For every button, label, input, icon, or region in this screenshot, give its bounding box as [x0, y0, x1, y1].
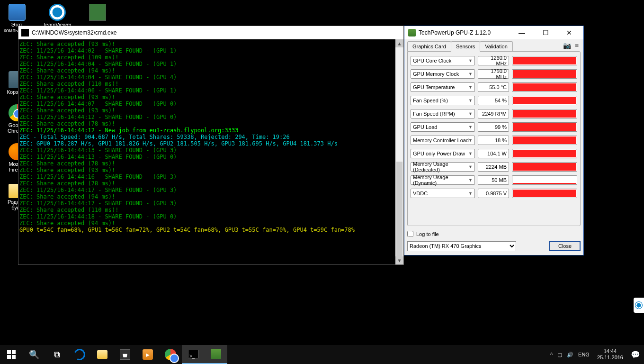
cmd-line: ZEC: Share accepted (94 ms)! — [19, 220, 402, 227]
start-button[interactable] — [0, 345, 23, 364]
sensor-graph[interactable] — [512, 69, 577, 79]
tab-graphics-card[interactable]: Graphics Card — [407, 41, 451, 51]
cmd-line: ZEC: Share accepted (78 ms)! — [19, 180, 402, 187]
cmd-line: ZEC: 11/25/16-14:44:07 - SHARE FOUND - (… — [19, 100, 402, 107]
cmd-titlebar[interactable]: C:\WINDOWS\system32\cmd.exe — [18, 26, 403, 39]
taskbar-movies[interactable] — [136, 345, 159, 364]
sensor-row: Fan Speed (RPM)▼2249 RPM — [411, 109, 577, 119]
sensor-row: Memory Controller Load▼18 % — [411, 135, 577, 146]
cmd-line: ZEC: Share accepted (78 ms)! — [19, 120, 402, 127]
sensor-row: GPU Core Clock▼1260.0 MHz — [411, 55, 577, 66]
tray-notifications-icon[interactable]: 💬 — [631, 350, 640, 359]
cmd-line: ZEC: Share accepted (110 ms)! — [19, 81, 402, 87]
menu-icon[interactable]: ≡ — [575, 42, 579, 49]
edge-icon — [72, 347, 87, 362]
taskbar: 🔍 ⧉ ^ ▢ 🔊 ENG 14:44 25.11.2016 💬 — [0, 345, 644, 364]
taskbar-cmd[interactable] — [182, 345, 205, 364]
scroll-up-icon[interactable]: ▲ — [395, 39, 403, 47]
gpuz-close-button[interactable]: Close — [549, 241, 581, 251]
log-to-file-checkbox[interactable] — [407, 231, 413, 237]
cmd-line: ZEC: 11/25/16-14:44:04 - SHARE FOUND - (… — [19, 61, 402, 67]
tray-language[interactable]: ENG — [578, 352, 590, 357]
log-to-file-row[interactable]: Log to file — [407, 231, 581, 237]
sensor-label[interactable]: VDDC▼ — [411, 189, 475, 198]
sensor-graph[interactable] — [512, 96, 577, 105]
sensor-label[interactable]: Memory Usage (Dedicated)▼ — [411, 162, 475, 172]
taskbar-explorer[interactable] — [91, 345, 114, 364]
sensor-graph[interactable] — [512, 189, 577, 198]
sensor-graph[interactable] — [512, 82, 577, 92]
sensor-label[interactable]: Fan Speed (RPM)▼ — [411, 109, 475, 118]
sensor-graph[interactable] — [512, 109, 577, 118]
sensor-graph[interactable] — [512, 136, 577, 145]
sensor-value: 2224 MB — [478, 162, 509, 172]
sensor-label[interactable]: GPU Core Clock▼ — [411, 56, 475, 65]
cmd-icon — [21, 29, 29, 36]
teamviewer-icon — [49, 4, 66, 21]
tray-sound-icon[interactable]: 🔊 — [567, 352, 573, 358]
sensor-row: Memory Usage (Dedicated)▼2224 MB — [411, 162, 577, 172]
taskbar-edge[interactable] — [68, 345, 91, 364]
gpuz-footer: Log to file Radeon (TM) RX 470 Graphics … — [404, 229, 583, 255]
sensor-graph[interactable] — [512, 175, 577, 185]
gpuz-window[interactable]: TechPowerUp GPU-Z 1.12.0 — ☐ ✕ Graphics … — [404, 26, 584, 255]
cmd-line: ZEC: 11/25/16-14:44:04 - SHARE FOUND - (… — [19, 74, 402, 81]
cmd-line: ZEC: Share accepted (93 ms)! — [19, 94, 402, 100]
chrome-icon — [165, 349, 176, 360]
taskbar-chrome[interactable] — [159, 345, 182, 364]
folder-icon — [97, 350, 107, 359]
cmd-line: ZEC: Share accepted (93 ms)! — [19, 107, 402, 114]
scroll-thumb[interactable] — [396, 162, 402, 256]
minimize-button[interactable]: — — [511, 26, 532, 39]
sensor-label[interactable]: Memory Controller Load▼ — [411, 136, 475, 145]
maximize-button[interactable]: ☐ — [535, 26, 556, 39]
cmd-scrollbar[interactable]: ▲ ▼ — [395, 39, 403, 264]
sensor-label[interactable]: GPU Load▼ — [411, 122, 475, 132]
sensor-graph[interactable] — [512, 162, 577, 172]
sensor-graph[interactable] — [512, 149, 577, 158]
gpuz-titlebar[interactable]: TechPowerUp GPU-Z 1.12.0 — ☐ ✕ — [404, 26, 583, 39]
sensor-value: 50 MB — [478, 175, 509, 185]
scroll-down-icon[interactable]: ▼ — [395, 256, 403, 264]
sensor-value: 55.0 °C — [478, 82, 509, 92]
cmd-body[interactable]: ZEC: Share accepted (93 ms)!ZEC: 11/25/1… — [18, 39, 403, 264]
chevron-down-icon: ▼ — [468, 58, 473, 63]
tray-clock[interactable]: 14:44 25.11.2016 — [594, 348, 626, 361]
cmd-line: GPU0 t=54C fan=68%, GPU1 t=56C fan=72%, … — [19, 227, 402, 233]
chevron-down-icon: ▼ — [468, 178, 473, 182]
sensor-row: GPU Memory Clock▼1750.0 MHz — [411, 69, 577, 79]
tab-sensors[interactable]: Sensors — [451, 41, 480, 52]
sensor-row: GPU only Power Draw▼104.1 W — [411, 148, 577, 159]
sensor-graph[interactable] — [512, 56, 577, 65]
cmd-window[interactable]: C:\WINDOWS\system32\cmd.exe ZEC: Share a… — [18, 26, 404, 265]
screenshot-icon[interactable]: 📷 — [563, 42, 571, 49]
sensor-label[interactable]: GPU Temperature▼ — [411, 82, 475, 92]
windows-icon — [7, 350, 16, 359]
sensor-label[interactable]: GPU Memory Clock▼ — [411, 69, 475, 79]
sensor-value: 18 % — [478, 136, 509, 145]
sensor-label[interactable]: GPU only Power Draw▼ — [411, 149, 475, 158]
sensor-row: GPU Load▼99 % — [411, 122, 577, 132]
taskbar-taskview[interactable]: ⧉ — [45, 345, 68, 364]
teamviewer-side-tab[interactable] — [634, 298, 644, 313]
sensor-label[interactable]: Memory Usage (Dynamic)▼ — [411, 175, 475, 185]
taskbar-gpuz[interactable] — [205, 345, 227, 364]
tray-chevron-icon[interactable]: ^ — [550, 352, 553, 357]
tab-validation[interactable]: Validation — [480, 41, 513, 51]
cmd-line: ZEC: Share accepted (109 ms)! — [19, 54, 402, 61]
close-button[interactable]: ✕ — [559, 26, 580, 39]
taskbar-search[interactable]: 🔍 — [23, 345, 45, 364]
sensor-label[interactable]: Fan Speed (%)▼ — [411, 96, 475, 105]
sensor-graph[interactable] — [512, 122, 577, 132]
cmd-line: ZEC: 11/25/16-14:44:17 - SHARE FOUND - (… — [19, 200, 402, 207]
taskbar-store[interactable] — [114, 345, 136, 364]
tray-battery-icon[interactable]: ▢ — [557, 352, 562, 358]
cmd-line: ZEC: 11/25/16-14:44:12 - SHARE FOUND - (… — [19, 114, 402, 120]
cmd-line: ZEC - Total Speed: 904.687 H/s, Total Sh… — [19, 134, 402, 140]
movies-icon — [143, 349, 153, 360]
scroll-track[interactable] — [395, 47, 403, 256]
cmd-line: ZEC: Share accepted (94 ms)! — [19, 67, 402, 74]
gpu-device-select[interactable]: Radeon (TM) RX 470 Graphics — [407, 241, 516, 251]
gpuz-title-text: TechPowerUp GPU-Z 1.12.0 — [419, 29, 491, 36]
cmd-line: ZEC: 11/25/16-14:44:06 - SHARE FOUND - (… — [19, 87, 402, 94]
